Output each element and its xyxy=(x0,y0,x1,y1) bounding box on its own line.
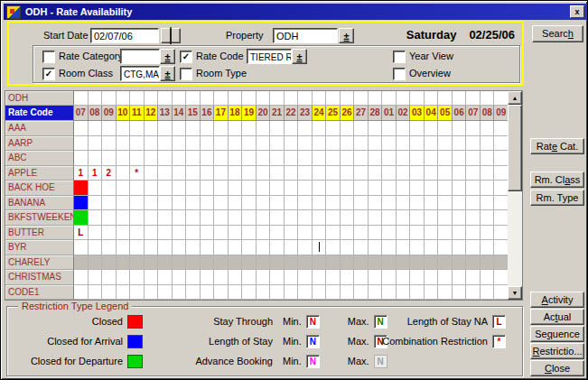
grid-cell[interactable] xyxy=(130,136,145,151)
grid-cell[interactable] xyxy=(158,226,173,240)
grid-cell[interactable] xyxy=(89,121,103,135)
grid-cell[interactable] xyxy=(326,255,341,270)
grid-cell[interactable] xyxy=(130,240,145,255)
grid-cell[interactable] xyxy=(453,136,467,151)
grid-cell[interactable] xyxy=(130,181,145,195)
grid-cell[interactable] xyxy=(466,270,481,284)
grid-cell[interactable] xyxy=(201,91,215,106)
grid-cell[interactable] xyxy=(158,121,173,135)
grid-cell[interactable] xyxy=(438,181,453,195)
rm-type-button[interactable]: Rm. Type xyxy=(530,190,584,206)
grid-cell[interactable] xyxy=(453,210,467,225)
grid-cell[interactable] xyxy=(466,240,481,255)
grid-cell[interactable] xyxy=(453,196,467,210)
grid-cell[interactable] xyxy=(298,91,313,106)
grid-cell[interactable]: 1 xyxy=(89,166,103,181)
grid-cell[interactable] xyxy=(145,285,159,300)
grid-cell[interactable] xyxy=(382,285,397,300)
grid-cell[interactable] xyxy=(257,91,271,106)
grid-cell[interactable] xyxy=(173,181,187,195)
grid-cell[interactable] xyxy=(369,240,383,255)
grid-cell[interactable] xyxy=(270,285,285,300)
grid-cell[interactable] xyxy=(494,196,509,210)
room-class-checkbox[interactable]: ✓ xyxy=(42,68,55,80)
grid-cell[interactable] xyxy=(341,136,355,151)
grid-cell[interactable] xyxy=(201,121,215,135)
grid-cell[interactable] xyxy=(130,285,145,300)
grid-cell[interactable] xyxy=(186,166,201,181)
grid-cell[interactable] xyxy=(89,226,103,240)
grid-cell[interactable] xyxy=(117,226,131,240)
grid-cell[interactable] xyxy=(117,91,131,106)
grid-cell[interactable] xyxy=(145,240,159,255)
grid-cell[interactable] xyxy=(397,240,411,255)
grid-cell[interactable] xyxy=(466,136,481,151)
grid-cell[interactable] xyxy=(201,285,215,300)
grid-cell[interactable] xyxy=(201,240,215,255)
grid-cell[interactable] xyxy=(425,136,439,151)
grid-cell[interactable] xyxy=(298,255,313,270)
grid-date-header[interactable]: 06 xyxy=(453,106,467,121)
grid-cell[interactable] xyxy=(229,226,243,240)
grid-cell[interactable] xyxy=(145,151,159,165)
grid-cell[interactable] xyxy=(102,136,117,151)
grid-cell[interactable] xyxy=(354,255,369,270)
grid-cell[interactable] xyxy=(173,270,187,284)
grid-cell[interactable] xyxy=(481,270,495,284)
grid-cell[interactable] xyxy=(158,196,173,210)
grid-cell[interactable] xyxy=(425,91,439,106)
rm-class-button[interactable]: Rm. Class xyxy=(530,171,584,188)
grid-cell[interactable] xyxy=(481,226,495,240)
grid-row-label[interactable]: CODE1 xyxy=(5,285,74,300)
grid-cell[interactable] xyxy=(102,226,117,240)
grid-date-header[interactable]: 28 xyxy=(369,106,383,121)
grid-cell[interactable] xyxy=(270,136,285,151)
grid-cell[interactable] xyxy=(481,121,495,135)
grid-cell[interactable] xyxy=(89,136,103,151)
grid-cell[interactable] xyxy=(102,121,117,135)
property-dropdown-button[interactable]: ± xyxy=(339,28,354,43)
grid-cell[interactable] xyxy=(313,210,327,225)
grid-cell[interactable] xyxy=(313,91,327,106)
grid-cell[interactable]: L xyxy=(74,226,89,240)
grid-date-header[interactable]: 25 xyxy=(326,106,341,121)
grid-cell[interactable] xyxy=(494,166,509,181)
grid-cell[interactable] xyxy=(117,166,131,181)
grid-cell[interactable] xyxy=(410,285,425,300)
grid-cell[interactable] xyxy=(173,166,187,181)
grid-cell[interactable] xyxy=(186,270,201,284)
grid-cell[interactable] xyxy=(285,285,299,300)
grid-cell[interactable] xyxy=(313,121,327,135)
grid-cell[interactable] xyxy=(201,270,215,284)
grid-cell[interactable] xyxy=(102,240,117,255)
grid-date-header[interactable]: 21 xyxy=(270,106,285,121)
grid-cell[interactable] xyxy=(173,91,187,106)
grid-row-label[interactable]: BANANA xyxy=(5,196,74,210)
grid-cell[interactable] xyxy=(229,151,243,165)
rate-cat-button[interactable]: Rate Cat. xyxy=(530,138,584,154)
grid-cell[interactable] xyxy=(382,121,397,135)
grid-cell[interactable] xyxy=(117,181,131,195)
grid-cell[interactable] xyxy=(270,181,285,195)
grid-cell[interactable] xyxy=(242,91,257,106)
grid-cell[interactable] xyxy=(341,255,355,270)
grid-cell[interactable] xyxy=(369,210,383,225)
grid-cell[interactable] xyxy=(298,136,313,151)
grid-cell[interactable] xyxy=(494,181,509,195)
grid-cell[interactable] xyxy=(453,255,467,270)
room-class-dropdown-button[interactable]: ± xyxy=(160,66,175,81)
grid-cell[interactable] xyxy=(425,285,439,300)
grid-cell[interactable] xyxy=(410,136,425,151)
grid-cell[interactable] xyxy=(186,196,201,210)
grid-cell[interactable] xyxy=(257,196,271,210)
grid-date-header[interactable]: 08 xyxy=(481,106,495,121)
grid-cell[interactable] xyxy=(298,210,313,225)
grid-cell[interactable] xyxy=(354,240,369,255)
grid-row-label[interactable]: AARP xyxy=(5,136,74,151)
sequence-button[interactable]: Sequence xyxy=(530,326,584,342)
activity-button[interactable]: Activity xyxy=(530,292,584,308)
grid-cell[interactable] xyxy=(89,285,103,300)
grid-cell[interactable] xyxy=(270,210,285,225)
grid-cell[interactable] xyxy=(229,136,243,151)
grid-cell[interactable] xyxy=(186,136,201,151)
